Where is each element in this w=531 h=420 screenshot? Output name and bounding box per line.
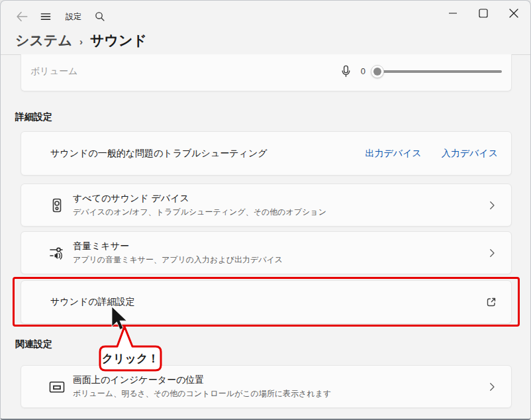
titlebar: 設定 [1,1,530,32]
breadcrumb-system[interactable]: システム [15,31,72,50]
mixer-subtitle: アプリの音量ミキサー、アプリの入力および出力デバイス [73,254,283,266]
section-header-related: 関連設定 [15,339,52,350]
minimize-button[interactable] [438,1,468,25]
breadcrumb-separator: › [79,36,83,47]
close-button[interactable] [499,1,529,25]
chevron-right-icon [486,247,498,259]
onscreen-indicator-row[interactable]: 画面上のインジケーターの位置 ボリューム、明るさ、その他のコントロールがこの場所… [21,365,512,408]
all-sound-devices-row[interactable]: すべてのサウンド デバイス デバイスのオン/オフ、トラブルシューティング、その他… [21,184,512,227]
breadcrumb: システム › サウンド [15,31,147,50]
troubleshoot-row: サウンドの一般的な問題のトラブルシューティング 出力デバイス 入力デバイス [21,131,512,176]
volume-mixer-row[interactable]: 音量ミキサー アプリの音量ミキサー、アプリの入力および出力デバイス [21,231,512,274]
indicator-subtitle: ボリューム、明るさ、その他のコントロールがこの場所に表示されます [73,388,331,399]
maximize-button[interactable] [468,1,499,25]
slider-thumb[interactable] [371,65,384,78]
search-icon [94,11,106,23]
microphone-icon [339,64,353,78]
volume-label: ボリューム [30,66,77,78]
volume-mixer-icon [48,244,66,262]
mixer-title: 音量ミキサー [73,240,283,252]
chevron-right-icon [486,199,498,211]
all-devices-subtitle: デバイスのオン/オフ、トラブルシューティング、その他のオプション [73,207,326,218]
volume-row: ボリューム 0 [21,54,512,91]
volume-slider[interactable] [372,65,502,78]
slider-track[interactable] [372,70,502,73]
close-icon [499,1,529,25]
input-devices-link[interactable]: 入力デバイス [442,148,498,160]
indicator-title: 画面上のインジケーターの位置 [73,374,331,386]
screen-indicator-icon [48,378,66,396]
click-callout-text: クリック！ [102,352,160,365]
app-title: 設定 [66,11,81,23]
nav-menu-button[interactable] [34,6,58,27]
maximize-icon [468,1,499,25]
highlight-box [13,277,520,327]
hamburger-icon [39,10,52,23]
section-header-advanced: 詳細設定 [15,111,52,123]
breadcrumb-sound: サウンド [90,31,147,50]
back-button[interactable] [10,6,34,27]
output-devices-link[interactable]: 出力デバイス [365,148,421,160]
volume-value: 0 [361,66,365,76]
speaker-device-icon [48,196,66,215]
troubleshoot-label: サウンドの一般的な問題のトラブルシューティング [50,148,267,160]
minimize-icon [438,1,468,25]
search-button[interactable] [88,6,112,27]
back-arrow-icon [15,9,29,24]
chevron-right-icon [486,381,498,393]
settings-window: 設定 [0,0,531,420]
all-devices-title: すべてのサウンド デバイス [73,193,326,205]
